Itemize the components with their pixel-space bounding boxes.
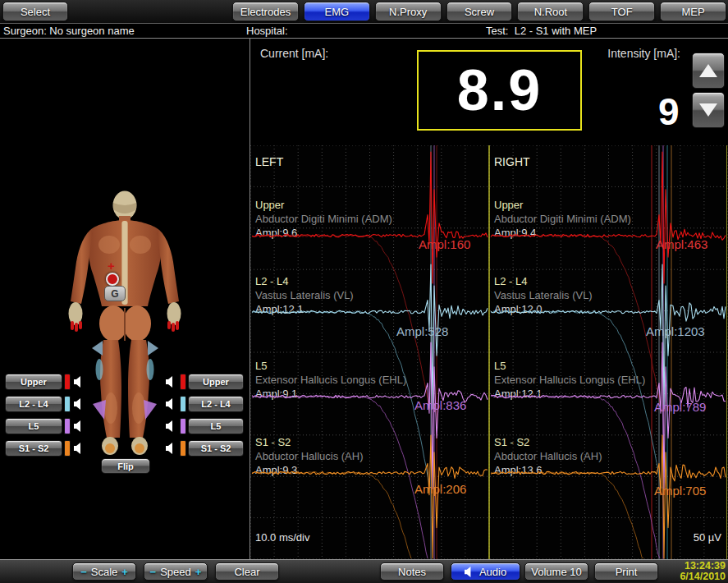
body-right-arm bbox=[157, 230, 181, 332]
bottom-toolbar: − Scale + − Speed + Clear Notes Audio Vo… bbox=[0, 559, 728, 583]
channel-button-left-2[interactable]: L5 bbox=[5, 418, 62, 434]
channel-color-chip bbox=[64, 440, 71, 457]
speed-plus-icon[interactable]: + bbox=[195, 566, 202, 578]
speaker-icon bbox=[74, 376, 85, 388]
speaker-icon bbox=[166, 398, 177, 410]
current-value: 8.9 bbox=[457, 57, 542, 123]
speed-minus-icon[interactable]: − bbox=[150, 566, 157, 578]
channel-button-right-2[interactable]: L5 bbox=[188, 418, 244, 434]
surgeon-label: Surgeon: No surgeon name bbox=[3, 25, 135, 37]
ionm-application: Select ElectrodesEMGN.ProxyScrewN.RootTO… bbox=[0, 0, 728, 583]
tab-n-proxy[interactable]: N.Proxy bbox=[375, 2, 442, 21]
body-glutes bbox=[99, 305, 127, 342]
speaker-icon bbox=[166, 420, 177, 432]
channel-color-chip bbox=[64, 374, 71, 390]
tab-tof[interactable]: TOF bbox=[588, 2, 655, 21]
clear-button[interactable]: Clear bbox=[215, 562, 279, 581]
audio-button-label: Audio bbox=[479, 566, 506, 578]
speaker-icon bbox=[465, 567, 475, 577]
scale-plus-icon[interactable]: + bbox=[121, 566, 128, 578]
print-button[interactable]: Print bbox=[594, 562, 658, 581]
flip-button[interactable]: Flip bbox=[101, 458, 150, 474]
main-row: + G UpperUpperL2 - L4L2 - L4L5L5S1 - S2S… bbox=[0, 145, 728, 559]
body-figure bbox=[0, 145, 250, 559]
channel-row-0: UpperUpper bbox=[0, 374, 250, 390]
tab-mep[interactable]: MEP bbox=[660, 2, 726, 21]
scale-minus-icon[interactable]: − bbox=[80, 566, 87, 578]
speaker-icon bbox=[166, 376, 177, 388]
notes-button[interactable]: Notes bbox=[380, 562, 444, 581]
intensity-value: 9 bbox=[658, 90, 680, 134]
top-tabs: ElectrodesEMGN.ProxyScrewN.RootTOFMEP bbox=[232, 2, 726, 21]
hospital-label: Hospital: bbox=[246, 25, 288, 37]
stim-cross-icon: + bbox=[108, 259, 115, 273]
flip-arrow-left-icon bbox=[92, 341, 103, 356]
current-value-box: 8.9 bbox=[417, 50, 582, 131]
scale-button-label: Scale bbox=[91, 566, 118, 578]
intensity-up-button[interactable] bbox=[692, 53, 725, 89]
channel-color-chip bbox=[180, 440, 186, 457]
test-label: Test: L2 - S1 with MEP bbox=[486, 25, 597, 37]
channel-button-right-0[interactable]: Upper bbox=[188, 374, 244, 390]
stim-site-marker[interactable] bbox=[106, 273, 119, 286]
ground-button[interactable]: G bbox=[104, 286, 126, 301]
blank-panel bbox=[0, 39, 250, 145]
channel-color-chip bbox=[64, 418, 71, 434]
tab-emg[interactable]: EMG bbox=[304, 2, 370, 21]
channel-button-right-3[interactable]: S1 - S2 bbox=[188, 440, 244, 457]
speed-button[interactable]: − Speed + bbox=[144, 562, 208, 581]
tab-electrodes[interactable]: Electrodes bbox=[232, 2, 299, 21]
speaker-icon bbox=[74, 398, 85, 410]
speaker-icon bbox=[166, 443, 177, 454]
channel-button-left-1[interactable]: L2 - L4 bbox=[5, 396, 62, 412]
channel-row-3: S1 - S2S1 - S2 bbox=[0, 440, 250, 457]
tab-screw[interactable]: Screw bbox=[446, 2, 513, 21]
channel-row-2: L5L5 bbox=[0, 418, 250, 434]
channel-button-left-3[interactable]: S1 - S2 bbox=[5, 440, 62, 457]
tab-n-root[interactable]: N.Root bbox=[517, 2, 584, 21]
scale-button[interactable]: − Scale + bbox=[72, 562, 136, 581]
flip-arrow-right-icon bbox=[148, 341, 158, 356]
info-bar: Surgeon: No surgeon name Hospital: Test:… bbox=[0, 23, 728, 39]
body-panel: + G UpperUpperL2 - L4L2 - L4L5L5S1 - S2S… bbox=[0, 145, 250, 559]
channel-color-chip bbox=[64, 396, 71, 412]
channel-color-chip bbox=[180, 374, 186, 390]
top-toolbar: Select ElectrodesEMGN.ProxyScrewN.RootTO… bbox=[0, 0, 728, 23]
waveform-plot bbox=[250, 145, 728, 559]
channel-button-right-1[interactable]: L2 - L4 bbox=[188, 396, 244, 412]
speed-button-label: Speed bbox=[160, 566, 191, 578]
clock-date: 6/14/2010 bbox=[680, 572, 726, 582]
up-arrow-icon bbox=[699, 64, 717, 77]
volume-button[interactable]: Volume 10 bbox=[524, 562, 588, 581]
intensity-down-button[interactable] bbox=[692, 92, 725, 128]
upper-row: Current [mA]: 8.9 Intensity [mA]: 9 bbox=[0, 39, 728, 145]
channel-color-chip bbox=[180, 396, 186, 412]
stimulus-panel: Current [mA]: 8.9 Intensity [mA]: 9 bbox=[250, 39, 728, 145]
intensity-label: Intensity [mA]: bbox=[607, 47, 680, 60]
waveform-panel: UpperAbductor Digiti Minimi (ADM)Ampl:9.… bbox=[250, 145, 728, 559]
body-left-arm bbox=[69, 230, 94, 332]
speaker-icon bbox=[74, 420, 85, 432]
speaker-icon bbox=[74, 443, 85, 454]
channel-button-left-0[interactable]: Upper bbox=[5, 374, 62, 390]
select-button[interactable]: Select bbox=[2, 2, 68, 21]
clock: 13:24:39 6/14/2010 bbox=[680, 561, 726, 582]
down-arrow-icon bbox=[699, 103, 717, 117]
audio-button[interactable]: Audio bbox=[451, 562, 520, 581]
current-label: Current [mA]: bbox=[260, 47, 328, 60]
channel-color-chip bbox=[180, 418, 186, 434]
channel-row-1: L2 - L4L2 - L4 bbox=[0, 396, 250, 412]
